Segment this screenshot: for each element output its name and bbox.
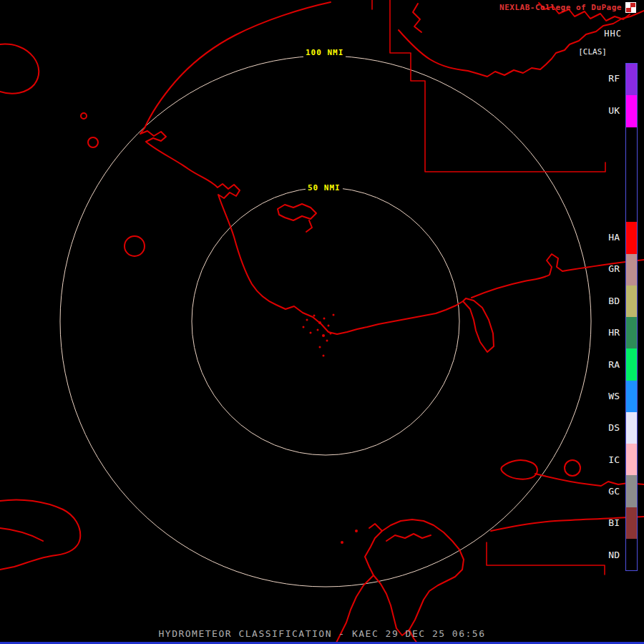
coastline-inlet-loop xyxy=(278,204,316,232)
radar-echo-speckles xyxy=(303,314,358,545)
range-rings xyxy=(60,56,591,587)
island-south-main xyxy=(365,519,464,635)
small-lake-circle xyxy=(125,236,145,256)
river-branch-north xyxy=(413,4,421,32)
map-borders xyxy=(0,0,644,644)
islet-southeast xyxy=(501,460,537,479)
legend-bar xyxy=(625,63,638,571)
range-ring-100nmi xyxy=(60,56,591,587)
coastline-southeast-lower xyxy=(491,517,644,531)
legend-segment xyxy=(626,317,637,348)
legend-segment xyxy=(626,95,637,127)
legend-segment xyxy=(626,444,637,475)
island-south-inner xyxy=(386,534,431,541)
brand-text: NEXLAB-College of DuPage xyxy=(499,3,622,12)
radar-display: 100 NMI 50 NMI NEXLAB-College of DuPage … xyxy=(0,0,644,644)
county-border-southeast xyxy=(487,542,605,575)
radar-map-canvas xyxy=(0,0,644,644)
legend-segment xyxy=(626,222,637,253)
landmass-west-bottom-inner xyxy=(0,528,43,541)
legend-segment xyxy=(626,381,637,412)
legend-segment xyxy=(626,286,637,317)
landmass-west-bottom xyxy=(0,500,80,570)
lake-outline xyxy=(463,298,494,352)
landmass-west-top xyxy=(0,44,39,94)
legend-segment xyxy=(626,539,637,570)
brand-flag-icon xyxy=(626,3,635,12)
small-lake-circle xyxy=(565,460,580,476)
coastline-northwest xyxy=(140,2,463,334)
river-east xyxy=(472,254,644,298)
legend-segment xyxy=(626,127,637,223)
header-brand-row: NEXLAB-College of DuPage xyxy=(499,3,635,12)
legend-segment xyxy=(626,475,637,507)
status-line: HYDROMETEOR CLASSIFICATION - KAEC 29 DEC… xyxy=(0,628,644,639)
legend-segment xyxy=(626,254,637,286)
range-ring-50nmi xyxy=(192,187,459,455)
county-border-steps xyxy=(390,0,605,172)
range-label-100nmi: 100 NMI xyxy=(303,48,346,57)
product-tag-label: [CLAS] xyxy=(578,47,607,57)
range-label-50nmi: 50 NMI xyxy=(306,183,343,192)
island-south-hook xyxy=(369,524,382,531)
product-code-label: HHC xyxy=(604,29,622,39)
small-lake-circle xyxy=(81,113,87,119)
legend-segment xyxy=(626,412,637,444)
legend-segment xyxy=(626,348,637,380)
legend-segment xyxy=(626,507,637,539)
small-lake-circle xyxy=(88,137,98,147)
legend-segment xyxy=(626,64,637,95)
